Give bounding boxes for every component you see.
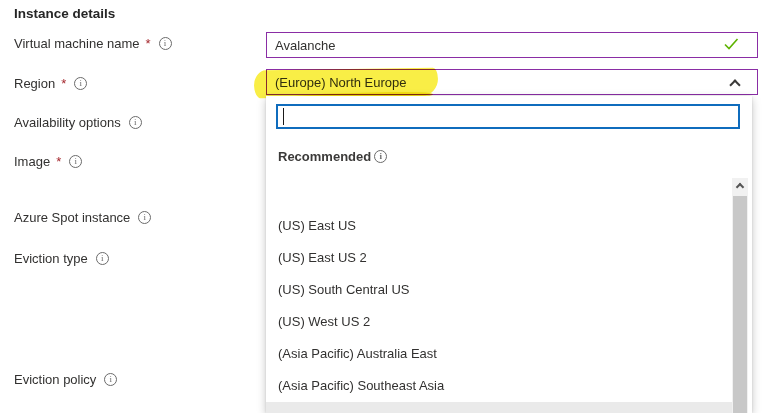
info-icon[interactable]: i — [74, 77, 87, 90]
vm-name-label: Virtual machine name — [14, 36, 140, 51]
eviction-type-label: Eviction type — [14, 251, 88, 266]
region-search-input[interactable] — [276, 104, 740, 129]
field-label-spot: Azure Spot instance i — [14, 210, 151, 225]
required-marker: * — [146, 36, 151, 51]
valid-checkmark-icon — [724, 38, 739, 53]
group-header-recommended: Recommended i — [266, 142, 732, 170]
field-label-vm-name: Virtual machine name* i — [14, 36, 172, 51]
region-option[interactable]: (US) South Central US — [266, 274, 732, 306]
field-label-eviction-policy: Eviction policy i — [14, 372, 117, 387]
spot-label: Azure Spot instance — [14, 210, 130, 225]
text-cursor — [283, 108, 284, 125]
availability-label: Availability options — [14, 115, 121, 130]
info-icon[interactable]: i — [138, 211, 151, 224]
region-option[interactable]: (US) East US — [266, 210, 732, 242]
field-label-eviction-type: Eviction type i — [14, 251, 109, 266]
info-icon[interactable]: i — [374, 150, 387, 163]
field-label-image: Image* i — [14, 154, 82, 169]
info-icon[interactable]: i — [159, 37, 172, 50]
info-icon[interactable]: i — [69, 155, 82, 168]
region-list: Recommended i (US) East US (US) East US … — [266, 136, 752, 413]
dropdown-scrollbar[interactable] — [732, 178, 748, 413]
info-icon[interactable]: i — [129, 116, 142, 129]
section-title: Instance details — [14, 6, 115, 21]
required-marker: * — [56, 154, 61, 169]
region-dropdown-panel: Recommended i (US) East US (US) East US … — [266, 96, 752, 413]
vm-name-input[interactable]: Avalanche — [266, 32, 758, 58]
vm-create-form: Instance details Virtual machine name* i… — [0, 0, 769, 413]
image-label: Image — [14, 154, 50, 169]
field-label-availability: Availability options i — [14, 115, 142, 130]
scrollbar-up-arrow[interactable] — [732, 178, 748, 194]
chevron-up-icon — [735, 183, 743, 191]
region-option[interactable]: (Asia Pacific) Southeast Asia — [266, 370, 732, 402]
scrollbar-thumb[interactable] — [733, 196, 747, 413]
region-option[interactable]: (US) East US 2 — [266, 242, 732, 274]
region-label: Region — [14, 76, 55, 91]
field-label-region: Region* i — [14, 76, 87, 91]
region-option[interactable]: (US) West US 2 — [266, 306, 732, 338]
region-selected-value: (Europe) North Europe — [275, 75, 749, 90]
region-option[interactable]: (Asia Pacific) Australia East — [266, 338, 732, 370]
region-option[interactable]: (Europe) North Europe — [266, 402, 732, 413]
required-marker: * — [61, 76, 66, 91]
region-combobox[interactable]: (Europe) North Europe — [266, 69, 758, 95]
eviction-policy-label: Eviction policy — [14, 372, 96, 387]
vm-name-value: Avalanche — [275, 38, 724, 53]
info-icon[interactable]: i — [104, 373, 117, 386]
info-icon[interactable]: i — [96, 252, 109, 265]
